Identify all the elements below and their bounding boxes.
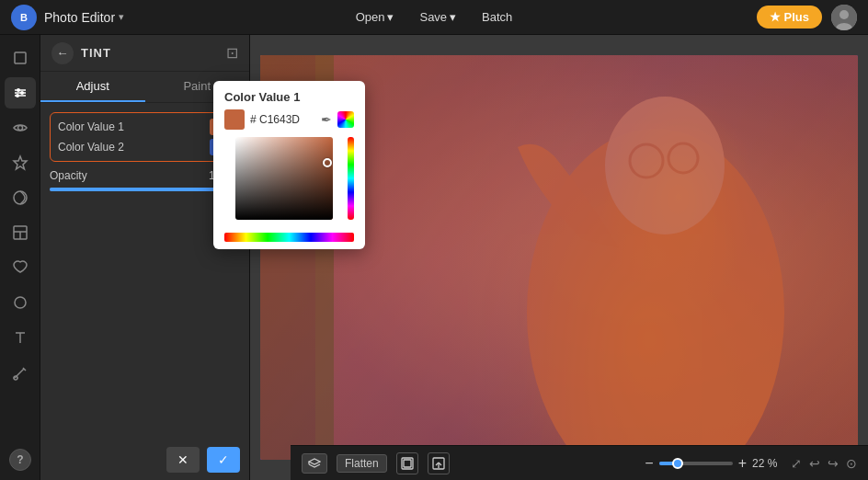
eyedropper-icon: ✒ (321, 112, 332, 127)
picker-hex-row: # C1643D ✒ (213, 109, 365, 137)
batch-button[interactable]: Batch (471, 6, 523, 28)
picker-swatch[interactable] (224, 109, 245, 130)
panel-buttons: ✕ ✓ (40, 440, 249, 480)
svg-point-8 (20, 91, 24, 95)
rainbow-picker-button[interactable] (337, 111, 354, 128)
copy-icon: ⊡ (226, 45, 238, 61)
eyedropper-button[interactable]: ✒ (321, 112, 332, 127)
tab-adjust[interactable]: Adjust (40, 72, 145, 102)
zoom-slider[interactable] (659, 462, 733, 465)
main-area: ← TINT ⊡ Adjust Paint Color Value 1 ✓ (0, 35, 868, 480)
opacity-row: Opacity 100 % (50, 169, 240, 182)
opacity-label: Opacity (50, 169, 87, 182)
more-button[interactable]: ⊙ (846, 456, 857, 471)
text-tool-button[interactable] (5, 322, 36, 353)
svg-point-25 (605, 97, 725, 234)
svg-point-16 (15, 297, 26, 308)
help-button[interactable]: ? (9, 449, 31, 471)
circle-tool-button[interactable] (5, 287, 36, 318)
open-button[interactable]: Open ▾ (345, 6, 405, 28)
header: B Photo Editor ▾ Open ▾ Save ▾ Batch ★ P… (0, 0, 868, 35)
layout-tool-button[interactable] (5, 217, 36, 248)
back-icon: ← (56, 46, 68, 60)
picker-title: Color Value 1 (213, 81, 365, 109)
color-gradient-area[interactable] (235, 137, 333, 220)
panel-header: ← TINT ⊡ (40, 35, 249, 72)
heart-tool-button[interactable] (5, 252, 36, 283)
confirm-button[interactable]: ✓ (207, 447, 240, 473)
gradient-dark (235, 137, 333, 220)
adjust-tool-button[interactable] (5, 77, 36, 109)
avatar[interactable] (831, 5, 857, 30)
effects-tool-button[interactable] (5, 182, 36, 213)
hue-bar[interactable] (348, 137, 354, 220)
picker-hex-value: # C1643D (250, 113, 315, 126)
color-value-1-label: Color Value 1 (58, 120, 124, 133)
zoom-slider-thumb[interactable] (672, 458, 683, 469)
svg-point-9 (16, 94, 19, 97)
export-button[interactable] (428, 452, 450, 474)
title-chevron[interactable]: ▾ (119, 11, 124, 23)
opacity-slider[interactable] (50, 188, 240, 191)
layers-button[interactable] (302, 453, 327, 474)
zoom-minus-button[interactable]: − (645, 455, 653, 472)
slider-fill (50, 188, 240, 191)
picker-cursor (323, 158, 332, 167)
zoom-controls: − + 22 % (645, 455, 782, 472)
svg-marker-11 (14, 156, 27, 169)
help-icon: ? (17, 453, 23, 466)
undo-button[interactable]: ↩ (809, 456, 820, 471)
svg-rect-3 (15, 52, 26, 63)
slider-track (50, 188, 240, 191)
open-chevron-icon: ▾ (387, 10, 394, 24)
app-title: Photo Editor (44, 10, 115, 25)
spectrum-hue-slider[interactable] (224, 233, 354, 242)
frame-button[interactable] (396, 452, 418, 474)
color-value-1-row: Color Value 1 ✓ (58, 119, 232, 135)
header-right: ★ Plus (757, 5, 857, 30)
save-button[interactable]: Save ▾ (408, 6, 467, 28)
star-icon: ★ (770, 10, 781, 24)
zoom-plus-button[interactable]: + (738, 455, 747, 472)
svg-point-10 (17, 126, 22, 131)
header-center-nav: Open ▾ Save ▾ Batch (345, 6, 524, 28)
redo-button[interactable]: ↪ (828, 456, 839, 471)
plus-button[interactable]: ★ Plus (757, 6, 822, 29)
left-toolbar (0, 35, 40, 480)
zoom-value: 22 % (752, 457, 782, 470)
save-chevron-icon: ▾ (450, 10, 456, 24)
resize-button[interactable]: ⤢ (791, 456, 802, 471)
app-logo: B (11, 5, 37, 30)
bottom-icons: ⤢ ↩ ↪ ⊙ (791, 456, 857, 471)
bottom-bar: Flatten − + 22 % (291, 445, 868, 480)
color-value-2-label: Color Value 2 (58, 141, 124, 154)
color-section: Color Value 1 ✓ Color Value 2 ✓ (50, 112, 240, 162)
svg-point-7 (17, 88, 20, 92)
star-tool-button[interactable] (5, 147, 36, 178)
brush-tool-button[interactable] (5, 357, 36, 388)
color-picker-popup: Color Value 1 # C1643D ✒ (213, 81, 365, 249)
svg-point-1 (839, 10, 849, 19)
panel-copy-button[interactable]: ⊡ (226, 44, 238, 62)
color-value-2-row: Color Value 2 ✓ (58, 139, 232, 155)
cancel-button[interactable]: ✕ (166, 447, 200, 473)
panel-title: TINT (81, 46, 111, 60)
panel-header-left: ← TINT (51, 42, 111, 64)
flatten-button[interactable]: Flatten (337, 454, 387, 473)
eye-tool-button[interactable] (5, 112, 36, 143)
crop-tool-button[interactable] (5, 42, 36, 74)
svg-rect-31 (404, 460, 411, 467)
panel-back-button[interactable]: ← (51, 42, 74, 64)
